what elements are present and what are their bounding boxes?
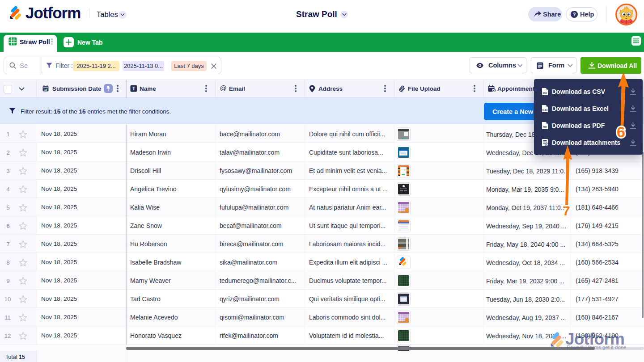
svg-text:6: 6 (617, 123, 625, 140)
svg-text:7: 7 (563, 203, 570, 218)
svg-text:@: @ (220, 84, 226, 92)
svg-text:T: T (132, 86, 136, 91)
svg-text:CSV: CSV (543, 92, 547, 94)
svg-text:10: 10 (44, 88, 47, 91)
svg-text:PDF: PDF (543, 126, 547, 128)
svg-text:XLSX: XLSX (542, 109, 548, 111)
